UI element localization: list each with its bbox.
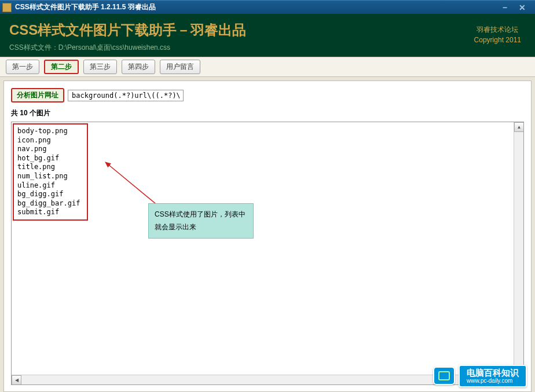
tab-step4[interactable]: 第四步 bbox=[122, 60, 155, 74]
action-row: 分析图片网址 bbox=[11, 88, 524, 102]
tabs-bar: 第一步 第二步 第三步 第四步 用户留言 bbox=[0, 57, 535, 77]
file-path-label: CSS样式文件：D:\Personal\桌面\css\huweishen.css bbox=[9, 43, 526, 53]
copyright-text: Copyright 2011 bbox=[474, 35, 521, 45]
scroll-left-button[interactable]: ◀ bbox=[12, 375, 21, 385]
tab-step1[interactable]: 第一步 bbox=[6, 60, 39, 74]
image-count-label: 共 10 个图片 bbox=[11, 108, 524, 118]
svg-line-1 bbox=[109, 165, 162, 209]
list-item[interactable]: icon.png bbox=[17, 136, 83, 145]
app-title: CSS样式文件图片下载助手－羽睿出品 bbox=[9, 21, 526, 39]
tab-step2[interactable]: 第二步 bbox=[44, 60, 79, 74]
content-area: 分析图片网址 共 10 个图片 body-top.png icon.png na… bbox=[3, 80, 532, 392]
forum-link[interactable]: 羽睿技术论坛 bbox=[474, 24, 521, 35]
list-item[interactable]: bg_digg_bar.gif bbox=[17, 199, 83, 208]
analyze-button[interactable]: 分析图片网址 bbox=[11, 88, 64, 102]
list-item[interactable]: hot_bg.gif bbox=[17, 154, 83, 163]
watermark-name: 电脑百科知识 bbox=[467, 368, 519, 378]
vertical-scrollbar[interactable]: ▲ ▼ bbox=[514, 122, 523, 375]
window-controls: − ✕ bbox=[499, 3, 533, 12]
scroll-up-button[interactable]: ▲ bbox=[514, 122, 524, 132]
window-title: CSS样式文件图片下载助手 1.2.11.5 羽睿出品 bbox=[15, 2, 499, 12]
list-item[interactable]: title.png bbox=[17, 163, 83, 172]
list-item[interactable]: submit.gif bbox=[17, 208, 83, 217]
app-header: CSS样式文件图片下载助手－羽睿出品 CSS样式文件：D:\Personal\桌… bbox=[0, 14, 535, 57]
list-item[interactable]: bg_digg.gif bbox=[17, 190, 83, 199]
annotation-tooltip: CSS样式使用了图片，列表中就会显示出来 bbox=[148, 203, 254, 239]
list-item[interactable]: body-top.png bbox=[17, 127, 83, 136]
tab-feedback[interactable]: 用户留言 bbox=[160, 60, 200, 74]
results-container: body-top.png icon.png nav.png hot_bg.gif… bbox=[11, 122, 524, 385]
minimize-button[interactable]: − bbox=[499, 3, 511, 12]
header-credits: 羽睿技术论坛 Copyright 2011 bbox=[474, 24, 521, 45]
list-item[interactable]: uline.gif bbox=[17, 181, 83, 190]
regex-pattern-input[interactable] bbox=[68, 90, 184, 101]
file-list: body-top.png icon.png nav.png hot_bg.gif… bbox=[13, 123, 88, 221]
window-titlebar: CSS样式文件图片下载助手 1.2.11.5 羽睿出品 − ✕ bbox=[0, 0, 535, 14]
watermark-text: 电脑百科知识 www.pc-daily.com bbox=[459, 365, 527, 388]
app-icon bbox=[2, 3, 12, 12]
list-item[interactable]: nav.png bbox=[17, 145, 83, 154]
close-button[interactable]: ✕ bbox=[515, 3, 529, 12]
list-item[interactable]: num_list.png bbox=[17, 172, 83, 181]
watermark: 电脑百科知识 www.pc-daily.com bbox=[433, 365, 527, 388]
tab-step3[interactable]: 第三步 bbox=[83, 60, 117, 74]
watermark-icon bbox=[433, 367, 455, 385]
watermark-url: www.pc-daily.com bbox=[467, 378, 519, 384]
